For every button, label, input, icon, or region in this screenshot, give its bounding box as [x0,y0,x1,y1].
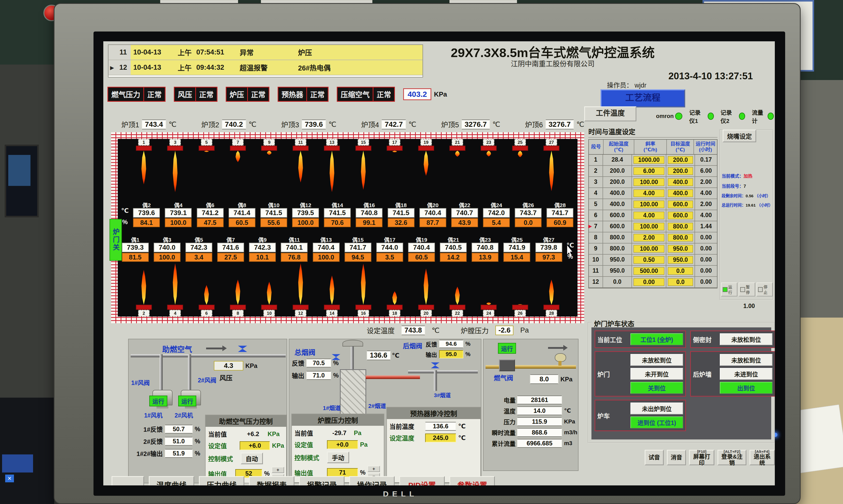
setpoint-temp[interactable]: 245.0 [425,433,456,442]
schedule-row[interactable]: 3 200.0 100.00 400.0 2.00 [589,177,717,188]
pause-button[interactable]: 暂停 [739,283,755,296]
fan1-label: 1#风机 [144,411,163,419]
tc-label: 偶27 [543,235,554,243]
burner-block [449,305,465,310]
schedule-row[interactable]: 9 800.0 100.00 950.0 0.00 [589,244,717,255]
alarm-row[interactable]: ▶ 12 10-04-13 上午 09:44:32 超温报警 26#热电偶 [108,60,423,75]
flame-icon [453,151,461,157]
group-label: 当前工位 [597,335,628,344]
control-mode-button[interactable]: 手动 [327,452,349,463]
nav-button[interactable]: PID设置 [399,476,445,485]
slope-cell[interactable]: 1000.00 [632,155,666,165]
tc-output: 55.6 [260,218,287,227]
schedule-row[interactable]: 2 200.0 6.00 200.0 6.00 [589,166,717,177]
slope-cell[interactable]: 500.00 [632,266,666,276]
rear-flue-feedback: 94.6 [439,340,463,348]
company-name: 江阴中南重工股份有限公司 [449,58,656,68]
function-button[interactable]: 试音 [645,450,664,465]
target-temp-cell[interactable]: 0.0 [666,266,695,276]
schedule-row[interactable]: 11 950.0 500.00 0.0 0.00 [589,266,717,277]
process-flow-button[interactable]: 工艺流程 [600,89,685,107]
function-button[interactable]: 消音 [667,450,686,465]
function-button[interactable]: [Alt+F4] 退出系统 [750,450,775,465]
slope-cell[interactable]: 4.00 [632,188,666,199]
output-value[interactable]: 71 [327,468,358,477]
target-temp-cell[interactable]: 400.0 [666,188,695,199]
nav-button[interactable]: 操作记录 [349,476,395,485]
tc-temp: 741.7 [546,208,573,218]
burner-number: 12 [295,310,306,317]
schedule-row[interactable]: ▶7 600.0 100.00 800.0 1.44 [589,221,717,232]
start-temp-cell: 400.0 [603,199,632,210]
total-runtime: 19.61 [746,203,756,207]
control-mode-button[interactable]: 自动 [241,453,263,464]
increase-button[interactable]: + [272,467,284,473]
nav-button-partial[interactable] [111,476,144,485]
nav-button[interactable]: 压力曲线 [199,476,244,485]
target-temp-cell[interactable]: 800.0 [666,232,695,243]
target-temp-cell[interactable]: 950.0 [666,244,695,254]
nav-button[interactable]: 温度曲线 [149,476,194,485]
meter-label: 累计流量 [485,439,516,448]
alarm-list[interactable]: 11 10-04-13 上午 07:54:51 异常 炉压 ▶ 12 10-04… [108,44,423,77]
schedule-row[interactable]: 10 950.0 0.50 950.0 0.00 [589,255,717,266]
thermocouple-readout: 偶15 741.7 94.5 [342,235,374,262]
meter-label: 电量 [485,396,516,404]
tc-output: 99.1 [356,218,382,227]
compressed-air-unit: KPa [434,90,447,98]
burner-block [324,305,340,310]
flame-icon [203,285,211,305]
target-temp-cell[interactable]: 0.0 [666,277,695,287]
function-button-label: 登录&注销 [720,454,743,466]
burner-setting-button[interactable]: 烧嘴设定 [723,130,756,142]
workpiece-temp-button[interactable]: 工件温度 [584,106,636,121]
target-temp-cell[interactable]: 800.0 [666,221,695,232]
slope-cell[interactable]: 2.00 [632,232,666,243]
slope-cell[interactable]: 4.00 [632,210,666,221]
target-temp-cell[interactable]: 200.0 [666,166,695,176]
runtime-cell: 6.00 [695,166,717,176]
alarm-row[interactable]: 11 10-04-13 上午 07:54:51 异常 炉压 [108,45,423,60]
schedule-row[interactable]: 1 28.4 1000.00 200.0 0.17 [589,155,717,166]
schedule-row[interactable]: 12 0.0 0.00 0.0 0.00 [589,277,717,288]
target-temp-cell[interactable]: 600.0 [666,199,695,210]
nav-button[interactable]: 参数设置 [449,476,495,485]
unit-column: ℃ % [564,242,576,262]
nav-button[interactable]: 报警记录 [299,476,344,485]
slope-cell[interactable]: 0.50 [632,255,666,265]
target-temp-cell[interactable]: 200.0 [666,155,695,165]
temp-unit: ℃ [121,207,129,214]
slope-cell[interactable]: 100.00 [632,177,666,187]
schedule-row[interactable]: 4 400.0 4.00 400.0 4.00 [589,188,717,199]
stop-button[interactable]: 停止 [756,283,773,296]
thermocouple-readout: 偶4 739.1 100.0 [162,201,194,227]
function-button[interactable]: [F10] 屏幕打印 [689,450,714,465]
increase-button[interactable]: + [367,466,380,472]
slope-cell[interactable]: 0.00 [632,277,666,287]
target-temp-cell[interactable]: 950.0 [666,255,695,265]
tc-temp: 740.1 [281,243,308,252]
schedule-row[interactable]: 8 800.0 2.00 800.0 0.00 [589,232,717,244]
gas-meter-row: 电量 28161 [485,396,577,404]
feedback-value: 50.7 [165,425,193,433]
function-button[interactable]: [ALT+F2] 登录&注销 [717,450,747,465]
hmi-screen: 11 10-04-13 上午 07:54:51 异常 炉压 ▶ 12 10-04… [103,41,775,485]
burner-block [418,305,434,310]
slope-cell[interactable]: 6.00 [632,166,666,176]
schedule-row[interactable]: 5 400.0 100.00 600.0 2.00 [589,199,717,210]
burner-bottom: 16 [348,262,379,317]
slope-cell[interactable]: 100.00 [632,199,666,210]
target-temp-cell[interactable]: 400.0 [666,177,695,187]
nav-button[interactable]: 数据报表 [249,476,294,485]
schedule-row[interactable]: 6 600.0 4.00 600.0 4.00 [589,210,717,221]
slope-cell[interactable]: 100.00 [632,244,666,254]
target-temp-cell[interactable]: 600.0 [666,210,695,221]
burner-number: 25 [515,139,526,146]
flame-icon [297,263,305,305]
setpoint-value[interactable]: +6.0 [240,441,270,450]
burner-block [167,305,183,310]
run-button[interactable]: 运行 [721,283,737,296]
stray-value: 1.00 [743,303,755,310]
setpoint-value[interactable]: +0.0 [327,440,358,449]
slope-cell[interactable]: 100.00 [632,221,666,232]
